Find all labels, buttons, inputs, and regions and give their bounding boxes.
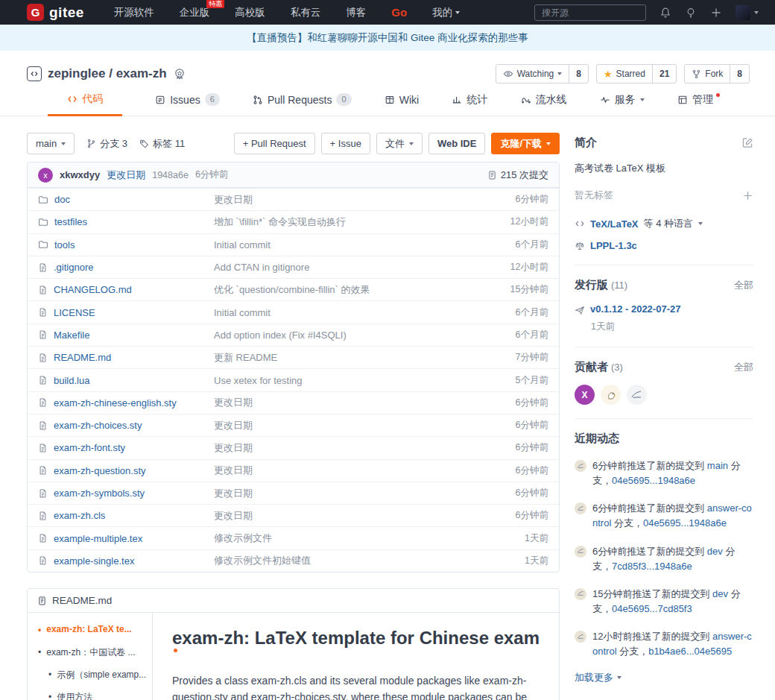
branches-link[interactable]: 分支 3 <box>86 137 127 151</box>
gitee-logo[interactable]: G gitee <box>27 4 84 21</box>
starred-count[interactable]: 21 <box>653 69 676 79</box>
nav-item-oss[interactable]: 开源软件 <box>114 6 154 19</box>
edit-icon[interactable] <box>742 137 753 148</box>
commit-author-avatar[interactable]: x <box>38 168 53 183</box>
file-commit-message-link[interactable]: 更新 README <box>214 352 277 363</box>
watching-count[interactable]: 8 <box>569 69 588 79</box>
tab-wiki[interactable]: Wiki <box>385 92 419 116</box>
file-name-link[interactable]: exam-zh-question.sty <box>54 465 146 476</box>
file-commit-message-link[interactable]: 更改日期 <box>214 420 253 431</box>
plus-icon[interactable] <box>710 7 722 19</box>
file-commit-message-link[interactable]: 优化 `question/combine-fillin` 的效果 <box>214 284 370 295</box>
activity-avatar[interactable] <box>575 588 586 600</box>
readme-toc-item[interactable]: exam-zh: LaTeX te... <box>38 624 148 637</box>
activity-commit-range-link[interactable]: 04e5695...1948a6e <box>643 517 727 529</box>
activity-branch-link[interactable]: dev <box>712 588 728 599</box>
file-name-link[interactable]: LICENSE <box>54 307 95 318</box>
file-name-link[interactable]: Makefile <box>54 329 89 341</box>
file-commit-message-link[interactable]: 修改示例文件初始键值 <box>214 555 311 566</box>
file-name-link[interactable]: tools <box>54 239 75 250</box>
file-name-link[interactable]: doc <box>54 194 70 205</box>
activity-branch-link[interactable]: main <box>707 460 728 471</box>
file-menu-button[interactable]: 文件 <box>376 133 423 154</box>
new-issue-button[interactable]: + Issue <box>321 133 370 154</box>
file-name-link[interactable]: README.md <box>54 352 111 363</box>
commit-hash[interactable]: 1948a6e <box>152 170 189 180</box>
tab-stats[interactable]: 统计 <box>452 92 487 116</box>
tab-manage[interactable]: 管理 <box>677 92 720 116</box>
file-commit-message-link[interactable]: 更改日期 <box>214 464 253 476</box>
activity-commit-range-link[interactable]: 04e5695...1948a6e <box>612 475 695 486</box>
nav-item-blog[interactable]: 博客 <box>346 6 366 19</box>
activity-branch-link[interactable]: dev <box>707 546 723 557</box>
file-commit-message-link[interactable]: Use xetex for testing <box>214 375 303 386</box>
file-name-link[interactable]: exam-zh-symbols.sty <box>54 488 145 499</box>
readme-toc-item[interactable]: 使用方法 <box>48 691 148 700</box>
file-name-link[interactable]: example-single.tex <box>54 555 134 567</box>
file-commit-message-link[interactable]: 修改示例文件 <box>214 532 272 543</box>
starred-button[interactable]: ★ Starred 21 <box>596 64 677 83</box>
readme-toc-item[interactable]: 示例（simple examp... <box>48 669 148 681</box>
commit-message-link[interactable]: 更改日期 <box>107 168 145 182</box>
activity-avatar[interactable] <box>575 460 586 472</box>
tab-pull-requests[interactable]: Pull Requests 0 <box>253 92 352 116</box>
chevron-down-icon[interactable] <box>698 222 703 225</box>
primary-language-link[interactable]: TeX/LaTeX <box>590 218 639 230</box>
search-input[interactable] <box>534 4 646 21</box>
clone-download-button[interactable]: 克隆/下载 <box>491 133 560 154</box>
file-name-link[interactable]: CHANGELOG.md <box>54 284 132 295</box>
file-commit-message-link[interactable]: 更改日期 <box>214 194 253 205</box>
branch-selector[interactable]: main <box>27 133 75 154</box>
tab-code[interactable]: 代码 <box>48 92 122 116</box>
file-name-link[interactable]: exam-zh-choices.sty <box>54 420 142 431</box>
release-version-link[interactable]: v0.1.12 - 2022-07-27 <box>590 303 680 315</box>
load-more-link[interactable]: 加载更多 <box>575 671 753 684</box>
file-commit-message-link[interactable]: Add CTAN in gitignore <box>214 262 309 273</box>
tab-issues[interactable]: Issues 6 <box>155 92 220 116</box>
contributor-avatar[interactable] <box>601 385 621 405</box>
bulb-icon[interactable] <box>685 7 697 19</box>
fork-count[interactable]: 8 <box>730 69 749 79</box>
file-name-link[interactable]: exam-zh-font.sty <box>54 442 125 453</box>
file-commit-message-link[interactable]: 增加 `\fillin*` 命令实现自动换行 <box>214 216 346 227</box>
add-tag-icon[interactable] <box>742 190 753 201</box>
file-commit-message-link[interactable]: Initial commit <box>214 239 271 250</box>
file-commit-message-link[interactable]: 更改日期 <box>214 442 253 453</box>
releases-all-link[interactable]: 全部 <box>734 279 753 292</box>
nav-item-private-cloud[interactable]: 私有云 <box>291 6 321 19</box>
file-commit-message-link[interactable]: Add option index (Fix #I4SQLI) <box>214 329 347 341</box>
file-name-link[interactable]: exam-zh.cls <box>54 510 105 521</box>
tags-link[interactable]: 标签 11 <box>139 137 185 151</box>
nav-item-education[interactable]: 高校版 <box>235 6 265 19</box>
file-commit-message-link[interactable]: 更改日期 <box>214 488 253 499</box>
readme-toc-item[interactable]: exam-zh：中国试卷 ... <box>38 646 148 659</box>
tab-services[interactable]: 服务 <box>600 92 645 116</box>
total-commits-link[interactable]: 215 次提交 <box>487 168 548 182</box>
file-name-link[interactable]: build.lua <box>54 375 89 386</box>
contributor-avatar[interactable]: X <box>575 385 595 405</box>
contributors-all-link[interactable]: 全部 <box>734 361 753 374</box>
announcement-link[interactable]: 【直播预告】和红薯聊聊开源中国和 Gitee 商业化探索的那些事 <box>247 31 528 45</box>
fork-button[interactable]: Fork 8 <box>684 64 750 83</box>
nav-item-mine[interactable]: 我的 <box>432 6 460 19</box>
tab-pipelines[interactable]: 流水线 <box>521 92 567 116</box>
file-name-link[interactable]: .gitignore <box>54 262 93 273</box>
file-commit-message-link[interactable]: 更改日期 <box>214 397 253 408</box>
web-ide-button[interactable]: Web IDE <box>428 133 486 154</box>
file-name-link[interactable]: example-multiple.tex <box>54 533 142 544</box>
commit-author[interactable]: xkwxdyy <box>60 169 100 180</box>
activity-commit-range-link[interactable]: b1b4ae6...04e5695 <box>648 646 732 657</box>
user-avatar[interactable] <box>736 5 750 20</box>
file-commit-message-link[interactable]: 更改日期 <box>214 510 253 521</box>
file-commit-message-link[interactable]: Initial commit <box>214 307 271 318</box>
activity-commit-range-link[interactable]: 04e5695...7cd85f3 <box>612 603 692 614</box>
contributor-avatar[interactable] <box>627 385 647 405</box>
file-name-link[interactable]: testfiles <box>54 216 87 227</box>
watching-button[interactable]: Watching 8 <box>496 64 589 83</box>
new-pull-request-button[interactable]: + Pull Request <box>234 133 315 154</box>
activity-commit-range-link[interactable]: 7cd85f3...1948a6e <box>612 561 692 572</box>
bell-icon[interactable] <box>659 7 671 19</box>
activity-avatar[interactable] <box>575 502 586 514</box>
nav-item-go[interactable]: Go <box>391 6 407 19</box>
license-link[interactable]: LPPL-1.3c <box>590 240 637 251</box>
